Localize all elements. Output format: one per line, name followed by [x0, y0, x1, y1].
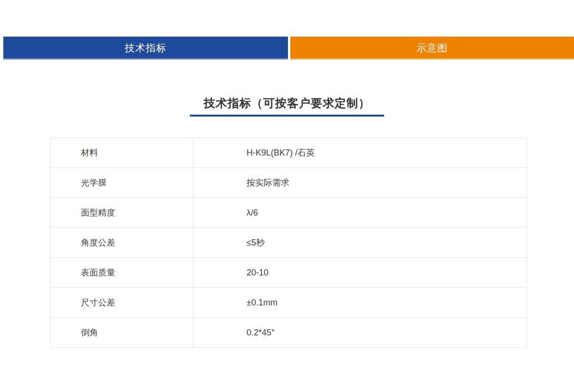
spec-table-body: 材料 H-K9L(BK7) /石英 光学膜 按实际需求 面型精度 λ/6 角度公…: [50, 138, 527, 348]
spec-value: 按实际需求: [193, 168, 527, 198]
table-row: 尺寸公差 ±0.1mm: [50, 288, 527, 318]
spec-table: 材料 H-K9L(BK7) /石英 光学膜 按实际需求 面型精度 λ/6 角度公…: [50, 137, 527, 348]
spec-label: 倒角: [50, 318, 193, 348]
spec-label: 材料: [50, 138, 193, 168]
tab-diagram[interactable]: 示意图: [290, 37, 574, 59]
spec-value: 0.2*45°: [193, 318, 527, 348]
spec-label: 面型精度: [50, 198, 193, 228]
spec-label: 角度公差: [50, 228, 193, 258]
section-title: 技术指标（可按客户要求定制）: [0, 96, 574, 111]
table-row: 光学膜 按实际需求: [50, 168, 527, 198]
spec-value: ±0.1mm: [193, 288, 527, 318]
tab-tech-specs-label: 技术指标: [125, 41, 167, 55]
title-underline: [190, 115, 384, 117]
spec-value: ≤5秒: [193, 228, 527, 258]
tab-tech-specs[interactable]: 技术指标: [3, 37, 288, 59]
tab-bar: 技术指标 示意图: [0, 37, 574, 59]
section-heading: 技术指标（可按客户要求定制）: [0, 96, 574, 117]
table-row: 材料 H-K9L(BK7) /石英: [50, 138, 527, 168]
table-row: 面型精度 λ/6: [50, 198, 527, 228]
tab-diagram-label: 示意图: [416, 41, 448, 55]
spec-value: H-K9L(BK7) /石英: [193, 138, 527, 168]
spec-value: 20-10: [193, 258, 527, 288]
table-row: 倒角 0.2*45°: [50, 318, 527, 348]
table-row: 角度公差 ≤5秒: [50, 228, 527, 258]
spec-label: 表面质量: [50, 258, 193, 288]
table-row: 表面质量 20-10: [50, 258, 527, 288]
spec-label: 尺寸公差: [50, 288, 193, 318]
spec-value: λ/6: [193, 198, 527, 228]
spec-label: 光学膜: [50, 168, 193, 198]
